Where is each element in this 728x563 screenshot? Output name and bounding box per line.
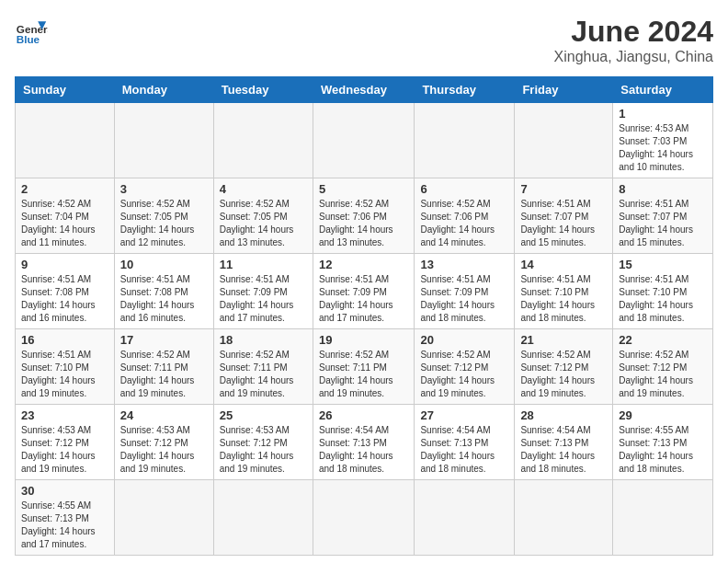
calendar-cell: 19Sunrise: 4:52 AM Sunset: 7:11 PM Dayli… <box>313 329 414 405</box>
day-info: Sunrise: 4:51 AM Sunset: 7:10 PM Dayligh… <box>520 273 607 325</box>
day-info: Sunrise: 4:52 AM Sunset: 7:05 PM Dayligh… <box>220 198 307 249</box>
day-info: Sunrise: 4:51 AM Sunset: 7:09 PM Dayligh… <box>319 273 408 325</box>
calendar-cell: 2Sunrise: 4:52 AM Sunset: 7:04 PM Daylig… <box>16 178 115 254</box>
month-title: June 2024 <box>554 15 713 49</box>
calendar-cell: 24Sunrise: 4:53 AM Sunset: 7:12 PM Dayli… <box>114 405 213 480</box>
calendar-cell <box>515 103 613 178</box>
calendar-cell: 10Sunrise: 4:51 AM Sunset: 7:08 PM Dayli… <box>114 254 213 329</box>
day-info: Sunrise: 4:52 AM Sunset: 7:11 PM Dayligh… <box>120 349 208 400</box>
day-number: 4 <box>220 182 307 196</box>
day-info: Sunrise: 4:53 AM Sunset: 7:12 PM Dayligh… <box>120 424 208 476</box>
day-info: Sunrise: 4:51 AM Sunset: 7:07 PM Dayligh… <box>619 198 707 249</box>
day-info: Sunrise: 4:51 AM Sunset: 7:09 PM Dayligh… <box>420 273 508 325</box>
day-info: Sunrise: 4:52 AM Sunset: 7:06 PM Dayligh… <box>420 198 508 249</box>
day-info: Sunrise: 4:55 AM Sunset: 7:13 PM Dayligh… <box>21 500 108 551</box>
day-number: 20 <box>420 333 508 347</box>
calendar-cell <box>213 103 313 178</box>
calendar-cell: 17Sunrise: 4:52 AM Sunset: 7:11 PM Dayli… <box>114 329 213 405</box>
calendar-cell <box>515 480 613 556</box>
weekday-header-tuesday: Tuesday <box>213 77 313 103</box>
day-number: 10 <box>120 258 208 271</box>
week-row-1: 1Sunrise: 4:53 AM Sunset: 7:03 PM Daylig… <box>16 103 713 178</box>
day-info: Sunrise: 4:52 AM Sunset: 7:12 PM Dayligh… <box>520 349 607 400</box>
day-number: 30 <box>21 484 108 498</box>
weekday-header-wednesday: Wednesday <box>313 77 414 103</box>
day-number: 8 <box>619 182 707 196</box>
day-number: 6 <box>420 182 508 196</box>
day-number: 13 <box>420 258 508 271</box>
day-info: Sunrise: 4:52 AM Sunset: 7:12 PM Dayligh… <box>619 349 707 400</box>
week-row-4: 16Sunrise: 4:51 AM Sunset: 7:10 PM Dayli… <box>16 329 713 405</box>
weekday-header-sunday: Sunday <box>16 77 115 103</box>
day-number: 1 <box>619 107 707 121</box>
calendar-cell <box>415 103 515 178</box>
calendar-cell <box>16 103 115 178</box>
day-number: 19 <box>319 333 408 347</box>
calendar-cell: 4Sunrise: 4:52 AM Sunset: 7:05 PM Daylig… <box>213 178 313 254</box>
day-number: 12 <box>319 258 408 271</box>
calendar-cell <box>415 480 515 556</box>
day-number: 17 <box>120 333 208 347</box>
weekday-header-thursday: Thursday <box>415 77 515 103</box>
day-number: 22 <box>619 333 707 347</box>
calendar-cell: 27Sunrise: 4:54 AM Sunset: 7:13 PM Dayli… <box>415 405 515 480</box>
calendar-cell: 6Sunrise: 4:52 AM Sunset: 7:06 PM Daylig… <box>415 178 515 254</box>
calendar-cell <box>114 103 213 178</box>
weekday-header-monday: Monday <box>114 77 213 103</box>
calendar-cell: 11Sunrise: 4:51 AM Sunset: 7:09 PM Dayli… <box>213 254 313 329</box>
day-info: Sunrise: 4:52 AM Sunset: 7:12 PM Dayligh… <box>420 349 508 400</box>
day-info: Sunrise: 4:52 AM Sunset: 7:11 PM Dayligh… <box>220 349 307 400</box>
calendar-cell: 30Sunrise: 4:55 AM Sunset: 7:13 PM Dayli… <box>16 480 115 556</box>
logo-icon: General Blue <box>15 15 48 48</box>
day-number: 5 <box>319 182 408 196</box>
day-number: 29 <box>619 408 707 422</box>
day-number: 14 <box>520 258 607 271</box>
day-info: Sunrise: 4:51 AM Sunset: 7:08 PM Dayligh… <box>21 273 108 325</box>
calendar-cell: 9Sunrise: 4:51 AM Sunset: 7:08 PM Daylig… <box>16 254 115 329</box>
day-number: 27 <box>420 408 508 422</box>
day-info: Sunrise: 4:54 AM Sunset: 7:13 PM Dayligh… <box>420 424 508 476</box>
calendar-cell: 8Sunrise: 4:51 AM Sunset: 7:07 PM Daylig… <box>613 178 713 254</box>
calendar-cell: 1Sunrise: 4:53 AM Sunset: 7:03 PM Daylig… <box>613 103 713 178</box>
day-number: 23 <box>21 408 108 422</box>
calendar-cell: 20Sunrise: 4:52 AM Sunset: 7:12 PM Dayli… <box>415 329 515 405</box>
day-info: Sunrise: 4:51 AM Sunset: 7:10 PM Dayligh… <box>21 349 108 400</box>
title-block: June 2024 Xinghua, Jiangsu, China <box>554 15 713 65</box>
day-number: 18 <box>220 333 307 347</box>
page-header: General Blue June 2024 Xinghua, Jiangsu,… <box>15 15 713 65</box>
day-info: Sunrise: 4:55 AM Sunset: 7:13 PM Dayligh… <box>619 424 707 476</box>
calendar-cell: 29Sunrise: 4:55 AM Sunset: 7:13 PM Dayli… <box>613 405 713 480</box>
day-number: 25 <box>220 408 307 422</box>
calendar-cell <box>613 480 713 556</box>
day-info: Sunrise: 4:52 AM Sunset: 7:06 PM Dayligh… <box>319 198 408 249</box>
day-number: 26 <box>319 408 408 422</box>
day-number: 16 <box>21 333 108 347</box>
week-row-3: 9Sunrise: 4:51 AM Sunset: 7:08 PM Daylig… <box>16 254 713 329</box>
day-number: 28 <box>520 408 607 422</box>
day-info: Sunrise: 4:51 AM Sunset: 7:07 PM Dayligh… <box>520 198 607 249</box>
calendar-cell <box>313 480 414 556</box>
day-info: Sunrise: 4:52 AM Sunset: 7:11 PM Dayligh… <box>319 349 408 400</box>
day-info: Sunrise: 4:51 AM Sunset: 7:08 PM Dayligh… <box>120 273 208 325</box>
calendar-cell: 16Sunrise: 4:51 AM Sunset: 7:10 PM Dayli… <box>16 329 115 405</box>
calendar-cell <box>114 480 213 556</box>
day-number: 3 <box>120 182 208 196</box>
calendar-cell: 21Sunrise: 4:52 AM Sunset: 7:12 PM Dayli… <box>515 329 613 405</box>
calendar-cell: 15Sunrise: 4:51 AM Sunset: 7:10 PM Dayli… <box>613 254 713 329</box>
day-number: 7 <box>520 182 607 196</box>
day-info: Sunrise: 4:51 AM Sunset: 7:09 PM Dayligh… <box>220 273 307 325</box>
day-number: 21 <box>520 333 607 347</box>
svg-text:Blue: Blue <box>17 33 40 45</box>
calendar-cell: 25Sunrise: 4:53 AM Sunset: 7:12 PM Dayli… <box>213 405 313 480</box>
calendar-cell: 3Sunrise: 4:52 AM Sunset: 7:05 PM Daylig… <box>114 178 213 254</box>
calendar-cell: 5Sunrise: 4:52 AM Sunset: 7:06 PM Daylig… <box>313 178 414 254</box>
day-number: 9 <box>21 258 108 271</box>
week-row-6: 30Sunrise: 4:55 AM Sunset: 7:13 PM Dayli… <box>16 480 713 556</box>
calendar-cell: 13Sunrise: 4:51 AM Sunset: 7:09 PM Dayli… <box>415 254 515 329</box>
day-info: Sunrise: 4:53 AM Sunset: 7:12 PM Dayligh… <box>220 424 307 476</box>
calendar-cell <box>313 103 414 178</box>
calendar-cell: 26Sunrise: 4:54 AM Sunset: 7:13 PM Dayli… <box>313 405 414 480</box>
day-number: 24 <box>120 408 208 422</box>
day-number: 2 <box>21 182 108 196</box>
week-row-5: 23Sunrise: 4:53 AM Sunset: 7:12 PM Dayli… <box>16 405 713 480</box>
